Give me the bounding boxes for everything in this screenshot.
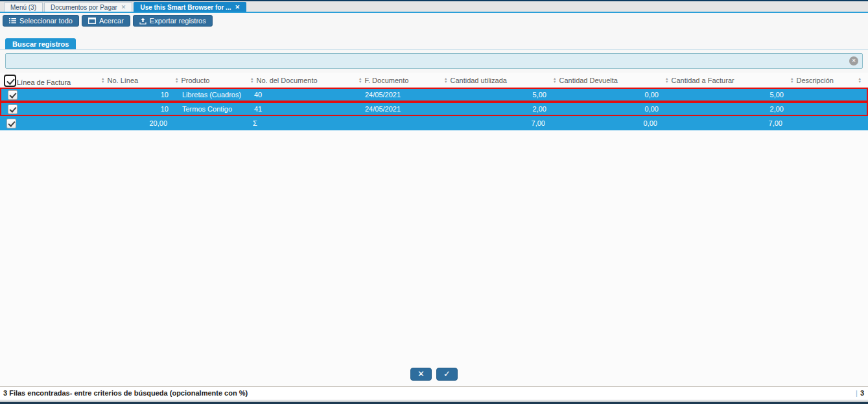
select-all-label: Seleccionar todo	[19, 17, 73, 25]
footer-actions: ✕ ✓	[0, 365, 868, 386]
select-all-button[interactable]: Seleccionar todo	[3, 15, 79, 27]
sort-icon: ▲ ▼	[101, 77, 104, 84]
zoom-label: Acercar	[99, 17, 124, 25]
cell-cantidad-devuelta: 0,00	[552, 103, 664, 115]
export-button[interactable]: Exportar registros	[133, 15, 213, 27]
tab-documentos-por-pagar[interactable]: Documentos por Pagar ✕	[44, 2, 132, 12]
row-checkbox-cell	[0, 116, 99, 130]
column-header-f-documento[interactable]: ▲ ▼ F. Documento	[356, 73, 441, 88]
tab-menu[interactable]: Menú (3)	[4, 2, 43, 12]
table-row[interactable]: 10 Libretas (Cuadros) 40 24/05/2021 5,00…	[0, 88, 868, 102]
cell-f-documento	[356, 116, 441, 130]
cell-no-del-documento: 40	[249, 89, 357, 101]
cell-cantidad-a-facturar: 7,00	[663, 116, 788, 130]
column-label: No. del Documento	[256, 77, 317, 84]
window-bottom-edge	[0, 399, 868, 404]
cell-cantidad-utilizada: 7,00	[441, 116, 550, 130]
cell-cantidad-a-facturar: 5,00	[664, 89, 789, 101]
sort-icon: ▲ ▼	[665, 77, 668, 84]
select-all-checkbox[interactable]	[4, 75, 16, 87]
column-label: F. Documento	[364, 77, 408, 84]
cell-producto: Termos Contigo	[174, 103, 249, 115]
column-header-no-linea[interactable]: ▲ ▼ No. Línea	[99, 73, 172, 88]
sort-icon: ▲ ▼	[250, 77, 253, 84]
column-header-no-del-documento[interactable]: ▲ ▼ No. del Documento	[248, 73, 356, 88]
row-checkbox[interactable]	[8, 104, 18, 114]
sort-icon: ▲ ▼	[175, 77, 178, 84]
column-label: Cantidad utilizada	[450, 77, 506, 84]
cell-f-documento: 24/05/2021	[357, 103, 443, 115]
search-panel: ✕	[0, 49, 868, 73]
empty-content-area	[0, 130, 868, 365]
tab-smart-browser[interactable]: Use this Smart Browser for ... ✕	[134, 2, 246, 12]
search-input[interactable]	[5, 53, 863, 69]
status-bar: 3 Filas encontradas- entre criterios de …	[0, 386, 868, 399]
tab-buscar-registros[interactable]: Buscar registros	[5, 38, 76, 49]
column-label: Línea de Factura	[17, 78, 71, 87]
sort-icon: ▲ ▼	[444, 77, 447, 84]
cell-f-documento: 24/05/2021	[357, 89, 443, 101]
export-label: Exportar registros	[150, 17, 206, 25]
cell-descripcion	[789, 89, 867, 101]
row-checkbox-cell	[1, 89, 100, 101]
zoom-button[interactable]: Acercar	[82, 15, 130, 27]
search-area: Buscar registros ✕	[0, 38, 868, 73]
clear-search-icon[interactable]: ✕	[849, 56, 858, 65]
tab-menu-label: Menú (3)	[10, 4, 36, 11]
status-separator: |	[856, 389, 858, 397]
column-label: Producto	[181, 77, 209, 84]
cell-cantidad-a-facturar: 2,00	[664, 103, 789, 115]
column-header-cantidad-devuelta[interactable]: ▲ ▼ Cantidad Devuelta	[550, 73, 663, 88]
table-header-row: Línea de Factura ▲ ▼ No. Línea ▲ ▼ Produ…	[0, 73, 868, 88]
list-icon	[9, 18, 16, 24]
row-checkbox[interactable]	[6, 119, 16, 128]
column-label: No. Línea	[107, 77, 138, 84]
column-header-producto[interactable]: ▲ ▼ Producto	[172, 73, 248, 88]
column-header-cantidad-a-facturar[interactable]: ▲ ▼ Cantidad a Facturar	[663, 73, 788, 88]
cell-producto	[172, 116, 248, 130]
table-body: 10 Libretas (Cuadros) 40 24/05/2021 5,00…	[0, 88, 868, 130]
cell-no-linea: 10	[100, 103, 174, 115]
column-header-cantidad-utilizada[interactable]: ▲ ▼ Cantidad utilizada	[441, 73, 550, 88]
column-header-linea-de-factura[interactable]: Línea de Factura	[0, 73, 99, 88]
tab-close-icon[interactable]: ✕	[121, 5, 126, 10]
column-label: Descripción	[796, 77, 833, 84]
cell-cantidad-devuelta: 0,00	[550, 116, 663, 130]
tab-documentos-label: Documentos por Pagar	[51, 4, 117, 11]
window-zoom-icon	[88, 18, 96, 24]
export-icon	[139, 18, 147, 25]
table-row[interactable]: 20,00 Σ 7,00 0,00 7,00	[0, 116, 868, 130]
confirm-button[interactable]: ✓	[436, 368, 458, 381]
cell-no-del-documento: 41	[249, 103, 357, 115]
sort-icon: ▲ ▼	[790, 77, 793, 84]
cell-cantidad-utilizada: 2,00	[443, 103, 552, 115]
cell-cantidad-devuelta: 0,00	[552, 89, 664, 101]
cell-producto: Libretas (Cuadros)	[174, 89, 249, 101]
row-checkbox[interactable]	[8, 90, 18, 100]
toolbar: Seleccionar todo Acercar Exportar regist…	[0, 13, 868, 29]
status-message: 3 Filas encontradas- entre criterios de …	[3, 389, 248, 397]
sort-icon: ▲ ▼	[553, 77, 556, 84]
cell-no-linea: 20,00	[99, 116, 172, 130]
sort-icon: ▲ ▼	[858, 77, 862, 84]
cell-descripcion	[788, 116, 868, 130]
cell-descripcion	[789, 103, 867, 115]
column-header-descripcion[interactable]: ▲ ▼ Descripción ▲ ▼	[788, 73, 868, 88]
tab-close-icon[interactable]: ✕	[235, 5, 240, 10]
tab-bar: Menú (3) Documentos por Pagar ✕ Use this…	[0, 1, 868, 12]
cell-cantidad-utilizada: 5,00	[443, 89, 552, 101]
column-label: Cantidad a Facturar	[671, 77, 734, 84]
row-checkbox-cell	[1, 103, 100, 115]
cell-no-linea: 10	[100, 89, 174, 101]
tab-smart-browser-label: Use this Smart Browser for ...	[140, 4, 231, 11]
smart-browser-window: Menú (3) Documentos por Pagar ✕ Use this…	[0, 0, 868, 404]
column-label: Cantidad Devuelta	[559, 77, 618, 84]
record-count: 3	[860, 389, 864, 397]
cell-no-del-documento: Σ	[248, 116, 356, 130]
sort-icon: ▲ ▼	[358, 77, 362, 84]
cancel-button[interactable]: ✕	[410, 368, 432, 381]
table-row[interactable]: 10 Termos Contigo 41 24/05/2021 2,00 0,0…	[0, 102, 868, 116]
